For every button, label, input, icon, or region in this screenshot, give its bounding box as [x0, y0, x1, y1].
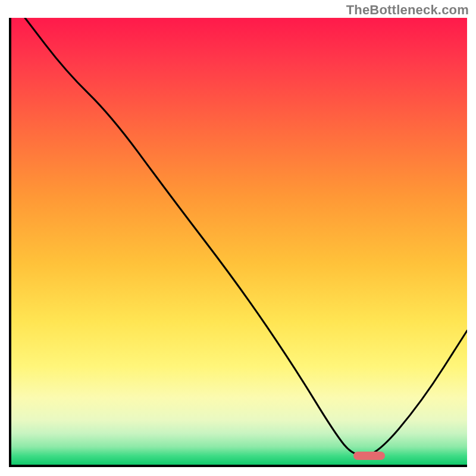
chart-container: TheBottleneck.com	[0, 0, 476, 476]
watermark-text: TheBottleneck.com	[346, 2, 469, 18]
background-gradient	[11, 18, 467, 465]
optimal-marker	[353, 452, 386, 460]
plot-area	[9, 18, 467, 467]
gradient-panel	[9, 18, 467, 467]
